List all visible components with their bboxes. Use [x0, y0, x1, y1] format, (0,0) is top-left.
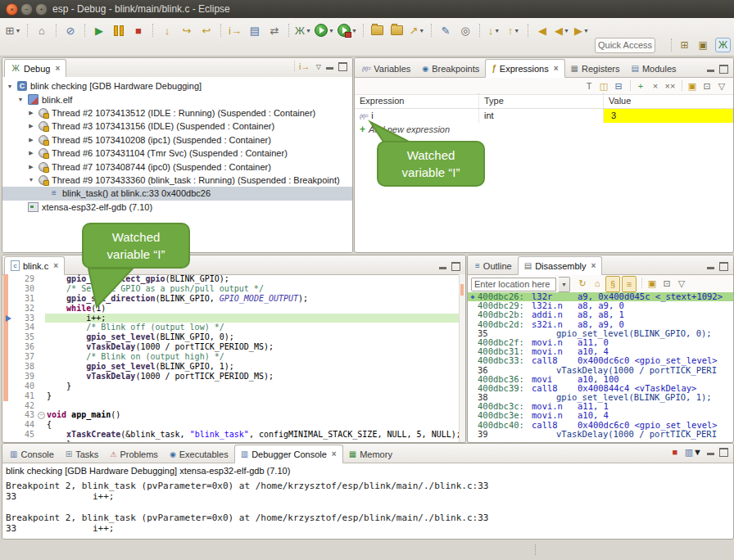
tab-memory[interactable]: ▦ Memory [343, 445, 398, 463]
sync-with-source-icon[interactable]: ≡ [622, 276, 637, 292]
show-logical-structure-icon[interactable]: ◫ [597, 79, 610, 93]
new-expressions-view-icon[interactable]: ▣ [686, 79, 699, 93]
last-edit-location-icon[interactable]: ↓▼ [484, 21, 504, 39]
minimize-view-icon[interactable] [707, 267, 714, 269]
tab-variables[interactable]: (x)= Variables [356, 60, 416, 77]
column-header-type[interactable]: Type [479, 93, 604, 108]
tab-expressions[interactable]: ƒ Expressions × [485, 59, 564, 78]
new-wizard-icon[interactable]: ⊞▼ [3, 21, 23, 39]
remove-expression-icon[interactable]: × [649, 79, 662, 93]
terminate-console-icon[interactable]: ■ [668, 445, 682, 459]
minimize-button[interactable]: − [20, 3, 33, 16]
close-icon[interactable]: × [332, 449, 337, 458]
maximize-view-icon[interactable] [338, 62, 347, 71]
location-dropdown-icon[interactable]: ▼ [559, 277, 570, 292]
tab-disassembly[interactable]: ▤ Disassembly × [518, 256, 603, 275]
home-icon[interactable]: ⌂ [591, 276, 604, 291]
expression-value-highlighted[interactable]: 3 [604, 109, 733, 123]
cpp-perspective-icon[interactable]: ▣ [696, 38, 710, 52]
resume-icon[interactable]: ▶ [89, 21, 109, 39]
maximize-view-icon[interactable] [719, 65, 728, 74]
step-into-icon[interactable]: ↓ [157, 21, 177, 39]
debug-tree-item[interactable]: ▶Thread #6 1073431104 (Tmr Svc) (Suspend… [2, 147, 352, 160]
add-expression-icon[interactable]: + [634, 79, 647, 93]
build-icon[interactable]: ⌂ [32, 21, 52, 39]
instruction-stepping-mode-icon[interactable]: i→ [298, 59, 311, 74]
search-icon[interactable]: ◎ [455, 21, 475, 39]
maximize-view-icon[interactable] [451, 262, 460, 271]
minimize-view-icon[interactable] [707, 453, 714, 455]
tab-modules[interactable]: ▤ Modules [626, 60, 682, 77]
tab-tasks[interactable]: ⊞ Tasks [60, 445, 105, 463]
tab-breakpoints[interactable]: ◉ Breakpoints [416, 60, 485, 77]
terminate-icon[interactable]: ■ [129, 21, 148, 39]
pin-view-icon[interactable]: ⊡ [660, 276, 673, 291]
tab-executables[interactable]: ◉ Executables [164, 445, 234, 463]
debug-tree-item[interactable]: ▶Thread #2 1073413512 (IDLE : Running) (… [2, 106, 352, 120]
view-menu-icon[interactable]: ▽ [316, 63, 321, 70]
instruction-stepping-icon[interactable]: i→ [225, 21, 245, 39]
tab-debugger-console[interactable]: ▥ Debugger Console × [234, 445, 343, 463]
tab-registers[interactable]: ▦ Registers [565, 60, 626, 77]
collapse-all-icon[interactable]: ⊟ [612, 79, 625, 93]
trace-control-icon[interactable]: ⇄ [265, 21, 284, 39]
close-icon[interactable]: × [554, 64, 559, 73]
overview-ruler[interactable] [459, 274, 465, 442]
show-type-names-icon[interactable]: T [582, 79, 596, 93]
back-history-icon[interactable]: ◀▼ [552, 21, 572, 39]
close-icon[interactable]: × [53, 261, 58, 270]
track-expression-icon[interactable]: § [605, 276, 620, 292]
flash-icon[interactable]: ↗▼ [407, 21, 427, 39]
tab-problems[interactable]: ⚠ Problems [104, 445, 164, 463]
location-input[interactable]: Enter location here [471, 278, 556, 291]
view-menu-icon[interactable]: ▽ [715, 79, 728, 93]
console-output[interactable]: Breakpoint 2, blink_task (pvParameter=0x… [2, 479, 733, 539]
tab-outline[interactable]: ≡ Outline [469, 257, 518, 274]
minimize-view-icon[interactable] [707, 70, 714, 72]
code-editor[interactable]: 29 gpio_pad_select_gpio(BLINK_GPIO);30 /… [2, 274, 460, 442]
back-icon[interactable]: ◀ [532, 21, 552, 39]
column-header-expression[interactable]: Expression [355, 93, 479, 108]
open-project-icon[interactable] [368, 21, 387, 39]
skip-all-breakpoints-icon[interactable]: ⊘ [61, 21, 80, 39]
column-header-value[interactable]: Value [604, 93, 733, 108]
close-icon[interactable]: × [55, 64, 60, 73]
debug-tree-item[interactable]: ▶Thread #7 1073408744 (ipc0) (Suspended … [2, 160, 352, 173]
disassembly-listing[interactable]: ◆400dbc26:l32ra9, 0x400d045c <_stext+109… [468, 292, 733, 442]
suspend-icon[interactable] [109, 21, 129, 39]
debug-tree-item[interactable]: xtensa-esp32-elf-gdb (7.10) [2, 201, 352, 214]
step-return-icon[interactable]: ↩ [197, 21, 216, 39]
tab-console[interactable]: ▥ Console [4, 445, 60, 463]
close-icon[interactable]: × [591, 261, 596, 270]
maximize-view-icon[interactable] [719, 262, 728, 271]
view-menu-icon[interactable]: ▽ [675, 276, 688, 291]
debug-tree-item[interactable]: ▼blink.elf [2, 93, 352, 106]
maximize-button[interactable]: + [35, 3, 48, 16]
debug-tree-item[interactable]: ≡blink_task() at blink.c:33 0x400dbc26 [2, 187, 352, 200]
format-icon[interactable]: ✎ [436, 21, 455, 39]
pin-view-icon[interactable]: ⊡ [700, 79, 714, 93]
minimize-view-icon[interactable] [326, 67, 333, 70]
quick-access-button[interactable]: Quick Access [595, 38, 655, 53]
refresh-view-icon[interactable]: ↻ [576, 276, 589, 291]
step-over-icon[interactable]: ↪ [177, 21, 197, 39]
maximize-view-icon[interactable] [719, 448, 728, 457]
run-icon[interactable]: ▼ [313, 21, 336, 39]
display-selected-console-icon[interactable]: ▥▼ [685, 445, 702, 459]
open-perspective-icon[interactable]: ⊞ [678, 38, 691, 52]
remove-all-expressions-icon[interactable]: ×× [664, 79, 677, 93]
new-disassembly-view-icon[interactable]: ▣ [646, 276, 659, 291]
debug-perspective-icon[interactable]: Ж [715, 38, 731, 52]
debug-tree-item[interactable]: ▶Thread #5 1073410208 (ipc1) (Suspended … [2, 133, 352, 147]
debug-tree-item[interactable]: ▼Thread #9 1073433360 (blink_task : Runn… [2, 174, 352, 187]
debug-tree-item[interactable]: ▶Thread #3 1073413156 (IDLE) (Suspended … [2, 120, 352, 133]
show-debug-output-icon[interactable]: ▤ [245, 21, 265, 39]
open-file-icon[interactable] [387, 21, 407, 39]
tab-debug[interactable]: Ж Debug × [4, 59, 66, 78]
close-button[interactable]: × [6, 3, 18, 16]
debug-tree-item[interactable]: ▼Cblink checking [GDB Hardware Debugging… [2, 79, 352, 93]
minimize-view-icon[interactable] [439, 267, 446, 269]
forward-icon[interactable]: ▶▼ [572, 21, 591, 39]
go-to-line-icon[interactable]: ↑▼ [504, 21, 523, 39]
external-tools-icon[interactable]: ▼ [336, 21, 359, 39]
